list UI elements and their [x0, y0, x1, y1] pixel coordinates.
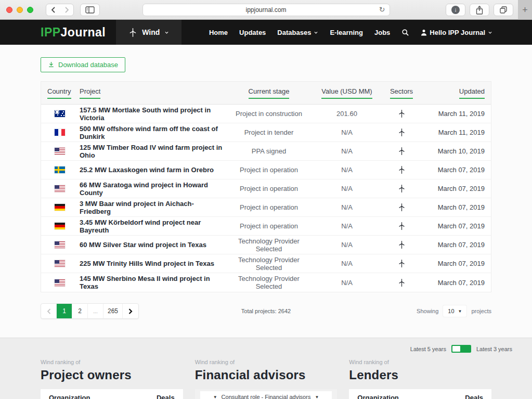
- column-header-country[interactable]: Country: [47, 87, 80, 99]
- share-button[interactable]: [470, 4, 489, 16]
- table-row[interactable]: 25.2 MW Laxaskogen wind farm in Orebro P…: [41, 161, 491, 179]
- updated-cell: March 07, 2019: [422, 185, 485, 192]
- column-header-project[interactable]: Project: [80, 87, 225, 99]
- search-button[interactable]: [401, 29, 409, 36]
- page-button-2[interactable]: 2: [72, 304, 88, 318]
- value-cell: N/A: [313, 222, 381, 230]
- tab-overview-button[interactable]: [494, 4, 513, 16]
- column-header-stage[interactable]: Current stage: [225, 87, 313, 99]
- country-cell: [47, 241, 80, 248]
- download-database-button[interactable]: Download database: [41, 57, 125, 72]
- updated-cell: March 07, 2019: [422, 166, 485, 174]
- country-cell: [47, 260, 80, 267]
- rankings-footer: Latest 5 years Latest 3 years Wind ranki…: [0, 338, 532, 399]
- deals-column-label: Deals: [157, 394, 175, 399]
- wind-turbine-icon: [398, 128, 406, 137]
- reload-icon[interactable]: ↻: [379, 5, 385, 14]
- minimize-window-button[interactable]: [17, 7, 23, 13]
- page-button-1[interactable]: 1: [57, 304, 72, 318]
- site-logo[interactable]: IPPJournal: [41, 25, 106, 40]
- sector-cell: [381, 165, 422, 174]
- project-link[interactable]: 145 MW Sherbino Mesa II wind project in …: [80, 275, 225, 290]
- back-button[interactable]: [46, 4, 60, 16]
- table-row[interactable]: 500 MW offshore wind farm off the coast …: [41, 123, 491, 142]
- project-link[interactable]: 125 MW Timber Road IV wind farm project …: [80, 144, 225, 159]
- project-link[interactable]: 3 MW Baar wind project in Aichach-Friedb…: [80, 200, 225, 215]
- sector-cell: [381, 109, 422, 118]
- column-header-sectors[interactable]: Sectors: [381, 87, 422, 99]
- sector-cell: [381, 184, 422, 193]
- country-flag-icon: [55, 241, 65, 248]
- project-link[interactable]: 157.5 MW Mortlake South wind project in …: [80, 106, 225, 122]
- chevron-down-icon: [488, 30, 492, 35]
- chevron-down-icon: [164, 30, 169, 35]
- table-row[interactable]: 3.45 MW Körbeldorf wind project near Bay…: [41, 217, 491, 236]
- years-toggle-switch[interactable]: [451, 345, 471, 353]
- toggle-knob: [452, 346, 460, 352]
- project-link[interactable]: 25.2 MW Laxaskogen wind farm in Orebro: [80, 166, 225, 174]
- nav-elearning[interactable]: E-learning: [330, 29, 363, 36]
- next-page-button[interactable]: [123, 304, 138, 318]
- zoom-window-button[interactable]: [27, 7, 33, 13]
- column-header-updated[interactable]: Updated: [422, 87, 485, 99]
- project-link[interactable]: 60 MW Silver Star wind project in Texas: [80, 241, 225, 249]
- sector-cell: [381, 278, 422, 287]
- nav-databases[interactable]: Databases: [277, 29, 318, 36]
- table-row[interactable]: 3 MW Baar wind project in Aichach-Friedb…: [41, 198, 491, 217]
- logo-journal-text: Journal: [61, 25, 106, 39]
- new-tab-button[interactable]: +: [518, 0, 532, 20]
- url-text: ippjournal.com: [245, 6, 286, 14]
- rank-card: Organization Deals: [349, 389, 491, 399]
- wind-turbine-icon: [398, 240, 406, 249]
- nav-updates-label: Updates: [239, 29, 266, 36]
- wind-section-dropdown[interactable]: Wind: [116, 20, 181, 45]
- caret-down-icon: ▼: [315, 395, 319, 399]
- project-link[interactable]: 66 MW Saratoga wind project in Howard Co…: [80, 181, 225, 197]
- plus-icon: +: [522, 5, 528, 16]
- project-link[interactable]: 3.45 MW Körbeldorf wind project near Bay…: [80, 218, 225, 234]
- caret-down-icon: ▼: [458, 309, 462, 314]
- downloads-button[interactable]: ↓: [446, 4, 465, 16]
- page-size-dropdown[interactable]: 10 ▼: [443, 305, 466, 317]
- nav-updates[interactable]: Updates: [239, 29, 266, 36]
- table-row[interactable]: 66 MW Saratoga wind project in Howard Co…: [41, 179, 491, 198]
- address-bar[interactable]: ippjournal.com ↻: [142, 4, 390, 16]
- consultant-role-dropdown[interactable]: ▼ Consultant role - Financial advisors ▼: [200, 391, 332, 399]
- table-row[interactable]: 157.5 MW Mortlake South wind project in …: [41, 105, 491, 123]
- updated-cell: March 07, 2019: [422, 260, 485, 267]
- stage-cell: Project in operation: [225, 222, 313, 230]
- nav-home[interactable]: Home: [209, 29, 228, 36]
- stage-cell: Project in operation: [225, 185, 313, 192]
- project-link[interactable]: 500 MW offshore wind farm off the coast …: [80, 125, 225, 140]
- country-cell: [47, 204, 80, 211]
- column-header-value[interactable]: Value (USD MM): [313, 87, 381, 99]
- page-size-control: Showing 10 ▼ projects: [417, 305, 491, 317]
- value-cell: N/A: [313, 203, 381, 211]
- main-content: Download database Country Project Curren…: [0, 45, 532, 319]
- caret-down-icon: ▼: [213, 395, 217, 399]
- project-link[interactable]: 225 MW Trinity Hills Wind project in Tex…: [80, 260, 225, 267]
- organization-column-label: Organization: [49, 394, 90, 399]
- country-cell: [47, 185, 80, 192]
- user-menu[interactable]: Hello IPP Journal: [421, 29, 492, 36]
- forward-button[interactable]: [60, 4, 73, 16]
- main-nav: Home Updates Databases E-learning Jobs H…: [209, 29, 492, 36]
- years-toggle-row: Latest 5 years Latest 3 years: [0, 338, 532, 353]
- prev-page-button[interactable]: [41, 304, 57, 318]
- table-row[interactable]: 225 MW Trinity Hills Wind project in Tex…: [41, 254, 491, 273]
- table-row[interactable]: 145 MW Sherbino Mesa II wind project in …: [41, 273, 491, 292]
- value-cell: N/A: [313, 128, 381, 136]
- sidebar-icon: [85, 6, 95, 14]
- user-menu-label: Hello IPP Journal: [430, 29, 485, 36]
- country-flag-icon: [55, 129, 65, 136]
- table-row[interactable]: 125 MW Timber Road IV wind farm project …: [41, 142, 491, 161]
- nav-jobs[interactable]: Jobs: [374, 29, 390, 36]
- rank-section-lenders: Wind ranking of Lenders Organization Dea…: [349, 359, 491, 399]
- stage-cell: PPA signed: [225, 147, 313, 155]
- wind-turbine-icon: [398, 278, 406, 287]
- page-button-265[interactable]: 265: [103, 304, 123, 318]
- table-row[interactable]: 60 MW Silver Star wind project in Texas …: [41, 236, 491, 254]
- close-window-button[interactable]: [6, 7, 12, 13]
- sidebar-toggle-button[interactable]: [80, 4, 100, 16]
- projects-table: Country Project Current stage Value (USD…: [41, 81, 491, 292]
